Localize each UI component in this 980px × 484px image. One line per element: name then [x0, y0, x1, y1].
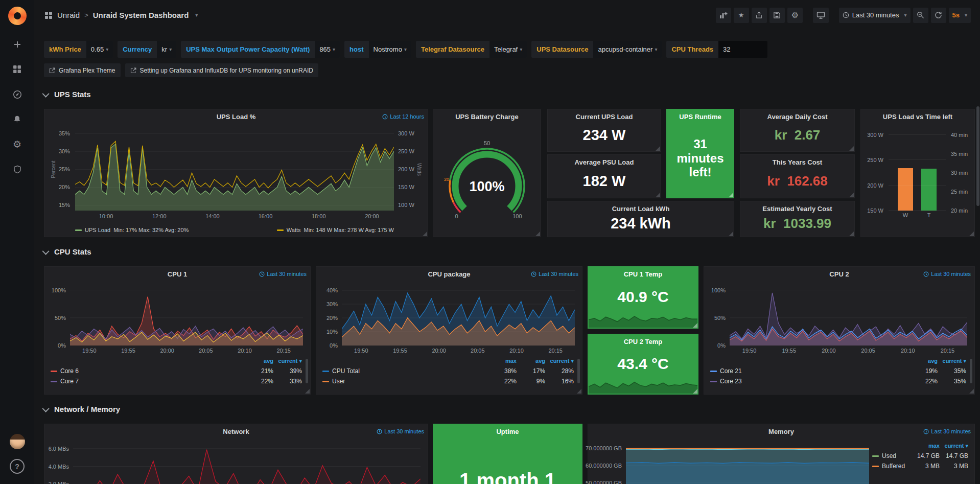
- variable-value[interactable]: Nostromo▾: [369, 41, 411, 58]
- resize-handle[interactable]: [656, 146, 660, 151]
- sidebar-item-explore[interactable]: [0, 82, 34, 107]
- refresh-interval-dropdown[interactable]: 5s ▾: [949, 8, 971, 23]
- panel-title[interactable]: UPS Runtime: [670, 113, 731, 121]
- legend-sort-current[interactable]: current ▾: [938, 358, 966, 364]
- panel-title[interactable]: Current UPS Load: [563, 113, 645, 121]
- legend-sort-current[interactable]: current ▾: [273, 358, 302, 364]
- section-cpu-stats[interactable]: CPU Stats: [44, 247, 91, 256]
- resize-handle[interactable]: [693, 323, 697, 328]
- resize-handle[interactable]: [849, 193, 854, 197]
- section-network-memory[interactable]: Network / Memory: [44, 405, 120, 413]
- legend-sort-current[interactable]: current ▾: [940, 443, 968, 449]
- cycle-view-button[interactable]: [813, 8, 829, 23]
- variable-kwh-price[interactable]: kWh Price0.65▾: [44, 41, 113, 58]
- help-button[interactable]: ?: [0, 454, 34, 479]
- legend-item-ups-load[interactable]: UPS LoadMin: 17% Max: 32% Avg: 20%: [75, 227, 189, 233]
- sidebar-item-server-admin[interactable]: [0, 157, 34, 182]
- breadcrumb-root[interactable]: Unraid: [57, 11, 80, 19]
- dashboard-link[interactable]: Grafana Plex Theme: [44, 63, 121, 77]
- variable-currency[interactable]: Currencykr▾: [118, 41, 176, 58]
- legend-sort-avg[interactable]: avg: [517, 358, 545, 364]
- variable-host[interactable]: hostNostromo▾: [344, 41, 411, 58]
- panel-time-range[interactable]: Last 30 minutes: [531, 271, 578, 277]
- chart-plot[interactable]: [342, 286, 575, 345]
- variable-ups-datasource[interactable]: UPS Datasourceapcupsd-container▾: [531, 41, 662, 58]
- panel-title[interactable]: Memory: [603, 428, 959, 435]
- resize-handle[interactable]: [729, 232, 733, 236]
- panel-title[interactable]: Average Daily Cost: [756, 113, 839, 121]
- panel-title[interactable]: UPS Battery Charge: [449, 113, 525, 121]
- resize-handle[interactable]: [423, 232, 427, 236]
- panel-title[interactable]: UPS Load %: [60, 113, 412, 121]
- resize-handle[interactable]: [849, 232, 854, 236]
- dashboard-settings-button[interactable]: ⚙: [787, 8, 803, 23]
- grafana-logo[interactable]: [0, 0, 34, 32]
- legend-sort-avg[interactable]: avg: [909, 358, 938, 364]
- legend-series-core-7[interactable]: Core 7: [51, 378, 245, 385]
- chart-plot[interactable]: [70, 286, 303, 345]
- resize-handle[interactable]: [577, 389, 581, 394]
- resize-handle[interactable]: [656, 193, 660, 197]
- panel-title[interactable]: CPU 2 Temp: [603, 338, 683, 345]
- panel-title[interactable]: Uptime: [449, 428, 567, 435]
- resize-handle[interactable]: [969, 389, 974, 394]
- resize-handle[interactable]: [729, 193, 733, 197]
- panel-time-range[interactable]: Last 30 minutes: [923, 271, 971, 277]
- breadcrumb-current[interactable]: Unraid System Dashboard: [93, 11, 189, 19]
- favorite-button[interactable]: ★: [734, 8, 749, 23]
- variable-ups-max-output-power-capacity-watt-[interactable]: UPS Max Output Power Capacity (Watt)865▾: [181, 41, 340, 58]
- sidebar-item-alerting[interactable]: [0, 107, 34, 132]
- variable-value[interactable]: apcupsd-container▾: [593, 41, 662, 58]
- panel-title[interactable]: CPU 1 Temp: [603, 270, 683, 278]
- legend-series-core-21[interactable]: Core 21: [710, 367, 909, 375]
- panel-title[interactable]: Network: [60, 428, 412, 435]
- chart-plot[interactable]: [75, 130, 394, 211]
- resize-handle[interactable]: [693, 389, 697, 394]
- legend-series-buffered[interactable]: Buffered: [872, 463, 911, 470]
- add-panel-button[interactable]: [716, 8, 731, 23]
- dashboard-link[interactable]: Setting up Grafana and InfluxDB for UPS …: [125, 63, 319, 77]
- variable-input[interactable]: 32: [718, 41, 767, 58]
- variable-value[interactable]: Telegraf▾: [489, 41, 527, 58]
- user-avatar[interactable]: [0, 429, 34, 454]
- legend-item-watts[interactable]: WattsMin: 148 W Max: 278 W Avg: 175 W: [277, 227, 394, 233]
- resize-handle[interactable]: [305, 389, 310, 394]
- panel-time-range[interactable]: Last 30 minutes: [377, 428, 424, 434]
- panel-title[interactable]: Current Load kWh: [563, 205, 718, 213]
- legend-series-user[interactable]: User: [322, 378, 488, 385]
- chart-plot[interactable]: [730, 286, 967, 345]
- legend-sort-max[interactable]: max: [911, 443, 940, 449]
- bar-T[interactable]: [921, 169, 937, 211]
- legend-series-core-6[interactable]: Core 6: [51, 367, 245, 375]
- apps-grid-icon[interactable]: [44, 11, 53, 19]
- variable-cpu-threads[interactable]: CPU Threads32: [666, 41, 767, 58]
- legend-series-cpu-total[interactable]: CPU Total: [322, 367, 488, 375]
- gauge[interactable]: 05010020100%: [434, 126, 540, 221]
- panel-time-range[interactable]: Last 30 minutes: [259, 271, 307, 277]
- panel-time-range[interactable]: Last 30 minutes: [923, 428, 971, 434]
- share-button[interactable]: [752, 8, 767, 23]
- legend-scrollbar[interactable]: [306, 359, 308, 383]
- zoom-out-button[interactable]: [913, 8, 928, 23]
- save-button[interactable]: [769, 8, 785, 23]
- legend-sort-max[interactable]: max: [488, 358, 517, 364]
- sidebar-item-dashboards[interactable]: [0, 57, 34, 82]
- variable-value[interactable]: kr▾: [157, 41, 176, 58]
- panel-title[interactable]: Estimated Yearly Cost: [756, 205, 839, 213]
- panel-title[interactable]: Average PSU Load: [563, 158, 645, 166]
- variable-telegraf-datasource[interactable]: Telegraf DatasourceTelegraf▾: [416, 41, 527, 58]
- chevron-down-icon[interactable]: ▾: [195, 12, 198, 18]
- legend-sort-current[interactable]: current ▾: [545, 358, 574, 364]
- resize-handle[interactable]: [969, 232, 974, 236]
- legend-series-core-23[interactable]: Core 23: [710, 378, 909, 385]
- bar-W[interactable]: [898, 168, 913, 211]
- create-icon[interactable]: [0, 32, 34, 57]
- panel-title[interactable]: UPS Load vs Time left: [876, 113, 959, 121]
- time-range-picker[interactable]: Last 30 minutes ▾: [839, 8, 911, 23]
- legend-scrollbar[interactable]: [577, 359, 580, 383]
- legend-sort-avg[interactable]: avg: [245, 358, 273, 364]
- variable-value[interactable]: 865▾: [315, 41, 340, 58]
- panel-title[interactable]: This Years Cost: [756, 158, 839, 166]
- page-scrollbar[interactable]: [976, 106, 979, 206]
- chart-plot[interactable]: [626, 445, 869, 484]
